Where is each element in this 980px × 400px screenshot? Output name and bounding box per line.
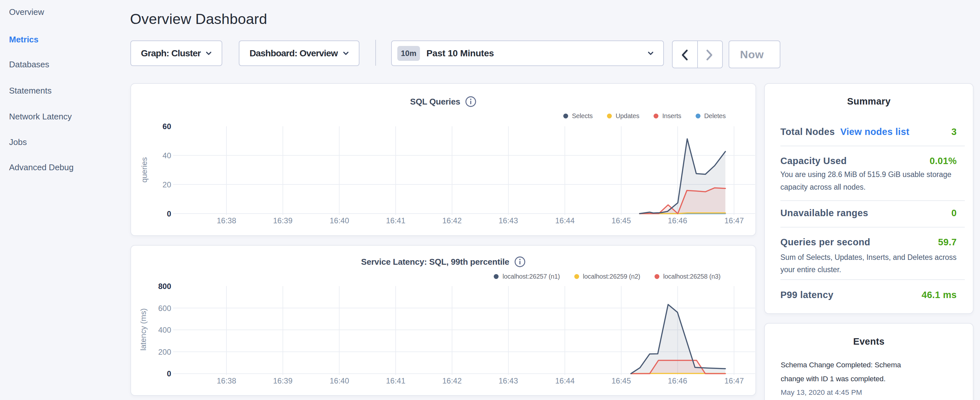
svg-text:16:46: 16:46 — [668, 216, 687, 225]
svg-text:16:43: 16:43 — [499, 376, 518, 385]
svg-text:16:39: 16:39 — [273, 376, 293, 385]
svg-text:16:44: 16:44 — [555, 216, 574, 225]
svg-text:16:42: 16:42 — [442, 216, 462, 225]
svg-text:16:45: 16:45 — [611, 216, 631, 225]
svg-text:0: 0 — [167, 209, 171, 218]
svg-text:40: 40 — [162, 151, 171, 160]
svg-text:16:40: 16:40 — [330, 376, 349, 385]
svg-text:200: 200 — [158, 347, 171, 356]
svg-text:0: 0 — [167, 369, 171, 378]
svg-text:400: 400 — [158, 325, 171, 334]
svg-text:60: 60 — [162, 122, 171, 131]
svg-text:queries: queries — [140, 157, 148, 183]
svg-text:16:45: 16:45 — [611, 376, 631, 385]
svg-text:16:47: 16:47 — [724, 216, 744, 225]
svg-text:16:40: 16:40 — [330, 216, 349, 225]
svg-text:16:44: 16:44 — [555, 376, 574, 385]
svg-text:16:42: 16:42 — [442, 376, 462, 385]
svg-text:16:43: 16:43 — [499, 216, 518, 225]
svg-text:16:39: 16:39 — [273, 216, 293, 225]
svg-text:16:46: 16:46 — [668, 376, 687, 385]
svg-text:16:38: 16:38 — [217, 376, 236, 385]
svg-text:latency (ms): latency (ms) — [139, 308, 148, 351]
svg-text:20: 20 — [162, 180, 171, 189]
svg-text:16:41: 16:41 — [386, 376, 406, 385]
svg-text:800: 800 — [158, 282, 171, 291]
svg-text:16:38: 16:38 — [217, 216, 236, 225]
svg-text:600: 600 — [158, 304, 171, 312]
svg-text:16:47: 16:47 — [724, 376, 744, 385]
svg-text:16:41: 16:41 — [386, 216, 406, 225]
